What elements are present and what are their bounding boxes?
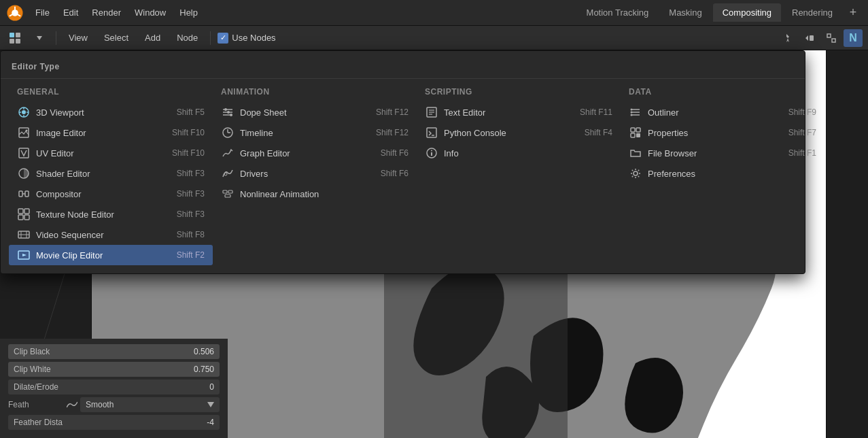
- column-scripting: Scripting Text Editor Shift F11 Python C…: [417, 84, 621, 265]
- menu-item-video-sequencer[interactable]: Video Sequencer Shift F8: [9, 224, 213, 245]
- feather-dist-button[interactable]: Feather Dista -4: [8, 415, 220, 430]
- smooth-button[interactable]: Smooth: [80, 397, 220, 412]
- menu-item-texture-node-editor[interactable]: Texture Node Editor Shift F3: [9, 204, 213, 224]
- menu-item-python-console[interactable]: Python Console Shift F4: [417, 122, 621, 143]
- feath-controls: Smooth: [67, 397, 220, 412]
- separator-2: [210, 31, 211, 45]
- menu-item-uv-editor[interactable]: UV Editor Shift F10: [9, 143, 213, 163]
- blender-logo[interactable]: [5, 3, 24, 22]
- editor-type-menu: Editor Type General 3D Viewport Shift F5: [0, 50, 805, 274]
- svg-point-73: [633, 171, 638, 175]
- svg-rect-72: [636, 133, 640, 137]
- menu-shortcut-timeline: Shift F12: [376, 128, 409, 137]
- use-nodes-toggle[interactable]: ✓ Use Nodes: [218, 33, 275, 44]
- tab-rendering[interactable]: Rendering: [782, 3, 842, 22]
- node-menu-btn[interactable]: Node: [171, 31, 203, 45]
- svg-rect-11: [827, 34, 831, 37]
- outliner-icon: [629, 105, 642, 119]
- movie-clip-editor-icon: [17, 248, 31, 262]
- menu-label-uv-editor: UV Editor: [36, 148, 167, 158]
- menu-item-timeline[interactable]: Timeline Shift F12: [213, 122, 417, 143]
- menu-item-graph-editor[interactable]: Graph Editor Shift F6: [213, 143, 417, 163]
- menu-item-dope-sheet[interactable]: Dope Sheet Shift F12: [213, 102, 417, 122]
- clip-white-value: 0.750: [194, 365, 214, 374]
- back-icon[interactable]: [800, 29, 819, 47]
- file-browser-icon: [629, 146, 642, 160]
- use-nodes-label: Use Nodes: [232, 33, 275, 43]
- menu-shortcut-graph-editor: Shift F6: [381, 148, 409, 158]
- column-animation: Animation Dope Sheet Shift F12 Timeline: [213, 84, 417, 265]
- dropdown-arrow-icon[interactable]: [30, 29, 49, 47]
- menu-label-shader-editor: Shader Editor: [36, 169, 171, 179]
- svg-point-19: [22, 110, 26, 114]
- menu-label-nonlinear-animation: Nonlinear Animation: [240, 189, 403, 199]
- editor-type-button[interactable]: [5, 29, 24, 47]
- menu-label-dope-sheet: Dope Sheet: [240, 107, 370, 118]
- file-menu[interactable]: File: [30, 5, 55, 20]
- add-menu-btn[interactable]: Add: [139, 31, 166, 45]
- svg-point-66: [631, 109, 633, 111]
- menu-item-info[interactable]: Info: [417, 143, 621, 163]
- uv-editor-icon: [17, 146, 31, 160]
- use-nodes-checkbox[interactable]: ✓: [218, 33, 228, 44]
- svg-point-45: [227, 111, 230, 114]
- menu-item-movie-clip-editor[interactable]: Movie Clip Editor Shift F2: [9, 245, 213, 265]
- svg-marker-9: [37, 36, 42, 40]
- menu-item-3d-viewport[interactable]: 3D Viewport Shift F5: [9, 102, 213, 122]
- help-menu[interactable]: Help: [174, 5, 203, 20]
- top-menubar: File Edit Render Window Help Motion Trac…: [0, 0, 868, 26]
- view-menu-btn[interactable]: View: [63, 31, 93, 45]
- feath-row: Feath Smooth: [8, 397, 220, 412]
- menu-item-outliner[interactable]: Outliner Shift F9: [621, 102, 824, 122]
- tab-compositing[interactable]: Compositing: [713, 3, 781, 22]
- header-extra-btn[interactable]: N: [844, 29, 863, 47]
- menu-item-preferences[interactable]: Preferences: [621, 163, 824, 184]
- menu-item-nonlinear-animation[interactable]: Nonlinear Animation: [213, 184, 417, 204]
- menu-shortcut-outliner: Shift F9: [788, 107, 816, 117]
- clip-white-button[interactable]: Clip White 0.750: [8, 362, 220, 377]
- window-menu[interactable]: Window: [129, 5, 171, 20]
- svg-rect-70: [636, 128, 640, 132]
- menu-shortcut-properties: Shift F7: [788, 128, 816, 137]
- preferences-icon: [629, 167, 642, 180]
- svg-point-68: [631, 114, 633, 116]
- menu-item-image-editor[interactable]: Image Editor Shift F10: [9, 122, 213, 143]
- svg-rect-7: [10, 39, 14, 44]
- dilate-erode-button[interactable]: Dilate/Erode 0: [8, 380, 220, 394]
- viewport-icon: [17, 105, 31, 119]
- svg-rect-28: [19, 191, 22, 197]
- maximize-icon[interactable]: [822, 29, 841, 47]
- menu-label-compositor: Compositor: [36, 189, 171, 199]
- menu-label-graph-editor: Graph Editor: [240, 148, 375, 158]
- render-menu[interactable]: Render: [86, 5, 126, 20]
- svg-rect-53: [225, 195, 230, 197]
- menu-item-properties[interactable]: Properties Shift F7: [621, 122, 824, 143]
- workspace-tabs: Motion Tracking Masking Compositing Rend…: [577, 3, 863, 22]
- menu-item-compositor[interactable]: Compositor Shift F3: [9, 184, 213, 204]
- menu-item-text-editor[interactable]: Text Editor Shift F11: [417, 102, 621, 122]
- menu-item-drivers[interactable]: Drivers Shift F6: [213, 163, 417, 184]
- menu-label-properties: Properties: [648, 128, 783, 138]
- column-general-header: General: [9, 84, 213, 102]
- tab-masking[interactable]: Masking: [659, 3, 711, 22]
- menu-shortcut-uv-editor: Shift F10: [172, 148, 205, 158]
- python-console-icon: [425, 126, 438, 139]
- menu-item-file-browser[interactable]: File Browser Shift F1: [621, 143, 824, 163]
- menu-shortcut-file-browser: Shift F1: [788, 148, 816, 158]
- tab-motion-tracking[interactable]: Motion Tracking: [577, 3, 659, 22]
- select-menu-btn[interactable]: Select: [99, 31, 134, 45]
- edit-menu[interactable]: Edit: [58, 5, 84, 20]
- drivers-icon: [221, 167, 235, 180]
- menu-label-outliner: Outliner: [648, 107, 783, 118]
- svg-rect-10: [810, 35, 814, 41]
- pin-icon[interactable]: [778, 29, 797, 47]
- feather-dist-label: Feather Dista: [14, 418, 63, 427]
- clip-black-button[interactable]: Clip Black 0.506: [8, 344, 220, 359]
- menu-label-drivers: Drivers: [240, 169, 375, 179]
- menu-shortcut-video-sequencer: Shift F8: [177, 230, 205, 239]
- svg-rect-29: [25, 191, 29, 197]
- add-workspace-button[interactable]: +: [844, 3, 863, 22]
- menu-item-shader-editor[interactable]: Shader Editor Shift F3: [9, 163, 213, 184]
- menu-shortcut-text-editor: Shift F11: [580, 107, 612, 117]
- main-content: Z 1.000 Editor Type General 3D Viewport …: [0, 50, 868, 438]
